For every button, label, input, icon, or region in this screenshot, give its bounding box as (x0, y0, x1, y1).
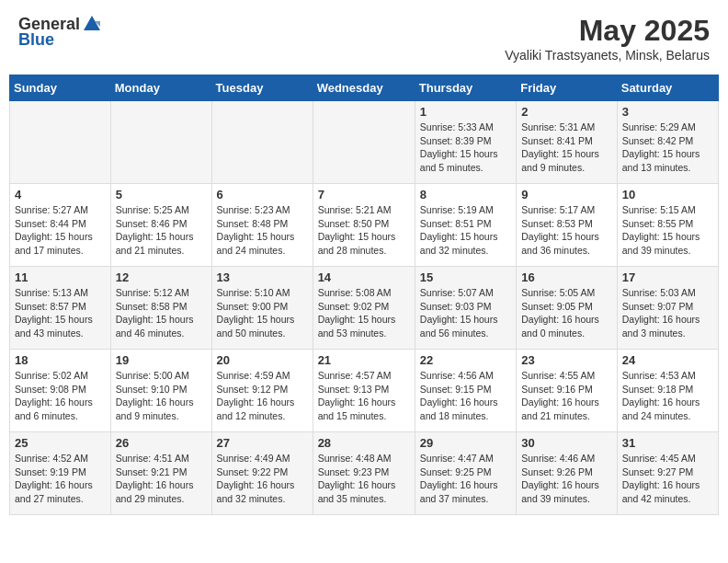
day-number: 8 (420, 188, 511, 201)
day-info: Sunrise: 4:46 AMSunset: 9:26 PMDaylight:… (521, 452, 612, 506)
week-row-5: 25Sunrise: 4:52 AMSunset: 9:19 PMDayligh… (10, 432, 719, 515)
calendar-cell: 18Sunrise: 5:02 AMSunset: 9:08 PMDayligh… (10, 350, 111, 432)
day-info: Sunrise: 5:07 AMSunset: 9:03 PMDaylight:… (420, 286, 511, 340)
day-number: 5 (116, 188, 207, 201)
day-number: 26 (116, 436, 207, 450)
day-number: 21 (318, 353, 410, 367)
calendar-cell (211, 101, 313, 184)
day-info: Sunrise: 4:47 AMSunset: 9:25 PMDaylight:… (420, 452, 511, 506)
day-number: 22 (420, 353, 511, 367)
logo-icon (82, 14, 102, 34)
day-info: Sunrise: 5:23 AMSunset: 8:48 PMDaylight:… (217, 203, 308, 258)
calendar-cell: 8Sunrise: 5:19 AMSunset: 8:51 PMDaylight… (415, 184, 516, 267)
day-number: 1 (420, 105, 511, 119)
calendar-body: 1Sunrise: 5:33 AMSunset: 8:39 PMDaylight… (10, 101, 719, 515)
week-row-4: 18Sunrise: 5:02 AMSunset: 9:08 PMDayligh… (10, 350, 719, 432)
day-number: 18 (15, 353, 106, 367)
calendar-cell: 17Sunrise: 5:03 AMSunset: 9:07 PMDayligh… (617, 267, 718, 350)
calendar-cell: 20Sunrise: 4:59 AMSunset: 9:12 PMDayligh… (211, 350, 313, 432)
day-info: Sunrise: 4:59 AMSunset: 9:12 PMDaylight:… (217, 369, 308, 423)
day-number: 11 (15, 270, 106, 284)
header-day-wednesday: Wednesday (313, 75, 415, 101)
day-info: Sunrise: 4:52 AMSunset: 9:19 PMDaylight:… (15, 452, 106, 506)
day-number: 31 (622, 436, 713, 450)
day-info: Sunrise: 5:15 AMSunset: 8:55 PMDaylight:… (622, 203, 713, 258)
day-info: Sunrise: 5:00 AMSunset: 9:10 PMDaylight:… (116, 369, 207, 423)
calendar-cell: 12Sunrise: 5:12 AMSunset: 8:58 PMDayligh… (110, 267, 211, 350)
header-day-sunday: Sunday (10, 75, 111, 101)
calendar-cell: 5Sunrise: 5:25 AMSunset: 8:46 PMDaylight… (110, 184, 211, 267)
day-info: Sunrise: 5:17 AMSunset: 8:53 PMDaylight:… (521, 203, 612, 258)
calendar-cell: 16Sunrise: 5:05 AMSunset: 9:05 PMDayligh… (517, 267, 618, 350)
day-info: Sunrise: 5:03 AMSunset: 9:07 PMDaylight:… (622, 286, 713, 340)
day-number: 3 (622, 105, 713, 119)
day-number: 12 (116, 270, 207, 284)
day-info: Sunrise: 4:48 AMSunset: 9:23 PMDaylight:… (318, 452, 410, 506)
day-info: Sunrise: 4:55 AMSunset: 9:16 PMDaylight:… (521, 369, 612, 423)
day-info: Sunrise: 5:02 AMSunset: 9:08 PMDaylight:… (15, 369, 106, 423)
day-info: Sunrise: 5:12 AMSunset: 8:58 PMDaylight:… (116, 286, 207, 340)
day-number: 24 (622, 353, 713, 367)
calendar-table: SundayMondayTuesdayWednesdayThursdayFrid… (9, 75, 719, 515)
day-number: 14 (318, 270, 410, 284)
calendar-cell: 15Sunrise: 5:07 AMSunset: 9:03 PMDayligh… (415, 267, 516, 350)
calendar-cell (10, 101, 111, 184)
calendar-header: SundayMondayTuesdayWednesdayThursdayFrid… (10, 75, 719, 101)
calendar-cell: 22Sunrise: 4:56 AMSunset: 9:15 PMDayligh… (415, 350, 516, 432)
header-day-friday: Friday (517, 75, 618, 101)
day-number: 7 (318, 188, 410, 201)
day-info: Sunrise: 4:57 AMSunset: 9:13 PMDaylight:… (318, 369, 410, 423)
day-number: 16 (521, 270, 612, 284)
header-day-monday: Monday (110, 75, 211, 101)
calendar-cell: 23Sunrise: 4:55 AMSunset: 9:16 PMDayligh… (517, 350, 618, 432)
calendar-cell: 1Sunrise: 5:33 AMSunset: 8:39 PMDaylight… (415, 101, 516, 184)
calendar-cell: 25Sunrise: 4:52 AMSunset: 9:19 PMDayligh… (10, 432, 111, 515)
day-number: 13 (217, 270, 308, 284)
week-row-1: 1Sunrise: 5:33 AMSunset: 8:39 PMDaylight… (10, 101, 719, 184)
calendar-cell: 28Sunrise: 4:48 AMSunset: 9:23 PMDayligh… (313, 432, 415, 515)
day-number: 2 (521, 105, 612, 119)
day-info: Sunrise: 4:53 AMSunset: 9:18 PMDaylight:… (622, 369, 713, 423)
day-number: 25 (15, 436, 106, 450)
calendar-cell: 13Sunrise: 5:10 AMSunset: 9:00 PMDayligh… (211, 267, 313, 350)
day-number: 10 (622, 188, 713, 201)
day-info: Sunrise: 5:31 AMSunset: 8:41 PMDaylight:… (521, 121, 612, 175)
day-info: Sunrise: 4:45 AMSunset: 9:27 PMDaylight:… (622, 452, 713, 506)
day-number: 17 (622, 270, 713, 284)
day-info: Sunrise: 5:25 AMSunset: 8:46 PMDaylight:… (116, 203, 207, 258)
calendar-cell: 11Sunrise: 5:13 AMSunset: 8:57 PMDayligh… (10, 267, 111, 350)
day-number: 6 (217, 188, 308, 201)
week-row-3: 11Sunrise: 5:13 AMSunset: 8:57 PMDayligh… (10, 267, 719, 350)
day-number: 9 (521, 188, 612, 201)
month-title: May 2025 (505, 14, 710, 48)
calendar-cell: 21Sunrise: 4:57 AMSunset: 9:13 PMDayligh… (313, 350, 415, 432)
day-info: Sunrise: 4:49 AMSunset: 9:22 PMDaylight:… (217, 452, 308, 506)
calendar-cell: 14Sunrise: 5:08 AMSunset: 9:02 PMDayligh… (313, 267, 415, 350)
header-row: SundayMondayTuesdayWednesdayThursdayFrid… (10, 75, 719, 101)
day-info: Sunrise: 5:10 AMSunset: 9:00 PMDaylight:… (217, 286, 308, 340)
header-day-tuesday: Tuesday (211, 75, 313, 101)
day-info: Sunrise: 5:13 AMSunset: 8:57 PMDaylight:… (15, 286, 106, 340)
header-day-thursday: Thursday (415, 75, 516, 101)
calendar-cell: 27Sunrise: 4:49 AMSunset: 9:22 PMDayligh… (211, 432, 313, 515)
day-info: Sunrise: 5:29 AMSunset: 8:42 PMDaylight:… (622, 121, 713, 175)
location-title: Vyaliki Trastsyanets, Minsk, Belarus (505, 48, 710, 63)
day-number: 29 (420, 436, 511, 450)
title-section: May 2025 Vyaliki Trastsyanets, Minsk, Be… (505, 14, 710, 63)
day-number: 27 (217, 436, 308, 450)
calendar-cell: 7Sunrise: 5:21 AMSunset: 8:50 PMDaylight… (313, 184, 415, 267)
page-header: General Blue May 2025 Vyaliki Trastsyane… (9, 9, 719, 67)
day-info: Sunrise: 5:21 AMSunset: 8:50 PMDaylight:… (318, 203, 410, 258)
calendar-cell: 31Sunrise: 4:45 AMSunset: 9:27 PMDayligh… (617, 432, 718, 515)
calendar-cell: 29Sunrise: 4:47 AMSunset: 9:25 PMDayligh… (415, 432, 516, 515)
calendar-cell: 4Sunrise: 5:27 AMSunset: 8:44 PMDaylight… (10, 184, 111, 267)
calendar-cell: 9Sunrise: 5:17 AMSunset: 8:53 PMDaylight… (517, 184, 618, 267)
logo: General Blue (18, 14, 102, 50)
day-number: 15 (420, 270, 511, 284)
calendar-cell: 19Sunrise: 5:00 AMSunset: 9:10 PMDayligh… (110, 350, 211, 432)
calendar-cell (110, 101, 211, 184)
day-number: 4 (15, 188, 106, 201)
day-info: Sunrise: 5:27 AMSunset: 8:44 PMDaylight:… (15, 203, 106, 258)
calendar-cell: 6Sunrise: 5:23 AMSunset: 8:48 PMDaylight… (211, 184, 313, 267)
day-number: 20 (217, 353, 308, 367)
